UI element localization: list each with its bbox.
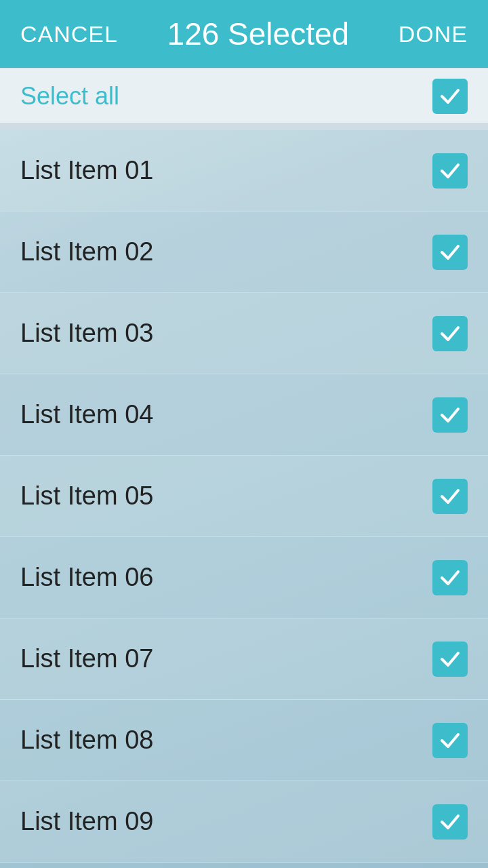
section-divider: [0, 123, 488, 130]
list-item-label: List Item 04: [20, 400, 153, 429]
list-item-checkbox[interactable]: [432, 235, 468, 270]
list-item-label: List Item 06: [20, 563, 153, 592]
list-item-label: List Item 03: [20, 319, 153, 348]
list-item-checkbox[interactable]: [432, 316, 468, 351]
list-item-checkbox[interactable]: [432, 153, 468, 189]
list-item-checkbox[interactable]: [432, 642, 468, 677]
list-item[interactable]: List Item 01: [0, 130, 488, 212]
cancel-button[interactable]: CANCEL: [20, 21, 118, 47]
list-item-checkbox[interactable]: [432, 723, 468, 758]
list-container: List Item 01 List Item 02 List Item 03 L…: [0, 130, 488, 863]
checkmark-icon: [439, 648, 461, 670]
checkmark-icon: [439, 323, 461, 344]
list-item[interactable]: List Item 02: [0, 212, 488, 293]
list-item-checkbox[interactable]: [432, 560, 468, 595]
done-button[interactable]: DONE: [399, 21, 468, 47]
header: CANCEL 126 Selected DONE: [0, 0, 488, 68]
list-item[interactable]: List Item 08: [0, 700, 488, 781]
select-all-checkbox[interactable]: [432, 79, 468, 114]
list-item-label: List Item 08: [20, 726, 153, 755]
checkmark-icon: [439, 85, 461, 107]
list-item[interactable]: List Item 06: [0, 537, 488, 618]
checkmark-icon: [439, 486, 461, 507]
list-item[interactable]: List Item 07: [0, 618, 488, 700]
list-item-label: List Item 02: [20, 237, 153, 267]
checkmark-icon: [439, 160, 461, 182]
checkmark-icon: [439, 567, 461, 589]
checkmark-icon: [439, 730, 461, 751]
list-item-checkbox[interactable]: [432, 479, 468, 514]
list-item[interactable]: List Item 04: [0, 374, 488, 456]
list-item-label: List Item 07: [20, 644, 153, 673]
list-item[interactable]: List Item 05: [0, 456, 488, 537]
list-item-label: List Item 01: [20, 156, 153, 185]
select-all-label: Select all: [20, 82, 119, 111]
list-item-checkbox[interactable]: [432, 804, 468, 840]
list-item[interactable]: List Item 03: [0, 293, 488, 374]
list-item-label: List Item 05: [20, 481, 153, 511]
header-title: 126 Selected: [167, 16, 350, 52]
checkmark-icon: [439, 241, 461, 263]
checkmark-icon: [439, 811, 461, 833]
list-item-label: List Item 09: [20, 807, 153, 836]
select-all-row[interactable]: Select all: [0, 69, 488, 123]
list-item-checkbox[interactable]: [432, 397, 468, 433]
list-item[interactable]: List Item 09: [0, 781, 488, 863]
checkmark-icon: [439, 404, 461, 426]
